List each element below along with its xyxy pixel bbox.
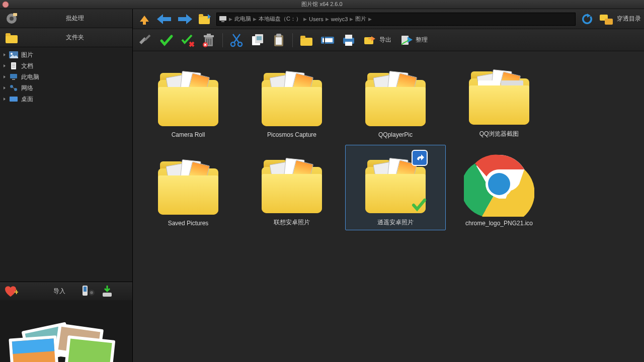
export-icon [363, 34, 377, 46]
breadcrumb-arrow-icon: ▶ [350, 17, 353, 22]
separator [292, 33, 293, 47]
print-button[interactable] [340, 32, 357, 49]
chevron-right-icon [2, 63, 7, 68]
tree-item-computer[interactable]: 此电脑 [0, 71, 132, 82]
document-icon [9, 62, 18, 69]
organize-button[interactable]: 整理 [397, 34, 430, 47]
svg-point-7 [11, 53, 13, 55]
path-segment[interactable]: weiyc3 [331, 16, 348, 22]
tree-item-pictures[interactable]: 图片 [0, 49, 132, 60]
path-segment[interactable]: Users [309, 16, 324, 22]
svg-rect-12 [10, 74, 17, 78]
svg-point-2 [10, 17, 14, 21]
folder-thumbnail-icon [153, 63, 223, 128]
check-button[interactable] [158, 32, 175, 49]
check-badge-icon [412, 197, 427, 212]
svg-rect-38 [144, 34, 151, 41]
import-device-icon[interactable] [80, 285, 96, 298]
svg-rect-35 [221, 21, 224, 22]
tree-item-documents[interactable]: 文档 [0, 60, 132, 71]
preview-panel: + 导入 [0, 282, 132, 362]
grid-item[interactable]: chrome_logo_PNG21.ico [449, 145, 549, 230]
path-bar[interactable]: ▶ 此电脑 ▶ 本地磁盘（C：） ▶ Users ▶ weiyc3 ▶ 图片 ▶ [216, 13, 576, 26]
svg-point-66 [488, 173, 510, 195]
computer-icon [9, 73, 18, 80]
path-segment[interactable]: 图片 [355, 15, 366, 23]
desktop-icon [9, 96, 18, 103]
paste-button[interactable] [270, 32, 287, 49]
svg-rect-43 [208, 39, 209, 45]
chrome-icon [464, 151, 534, 217]
folder-thumbnail-icon [257, 150, 327, 215]
grid-item[interactable]: QQ浏览器截图 [449, 56, 549, 142]
svg-rect-58 [324, 36, 325, 45]
grid-item[interactable]: QQplayerPic [345, 56, 446, 142]
nav-bar: ▶ 此电脑 ▶ 本地磁盘（C：） ▶ Users ▶ weiyc3 ▶ 图片 ▶… [133, 9, 644, 29]
export-button[interactable]: 导出 [361, 34, 393, 46]
sidebar: 批处理 文件夹 图片 文档 此电脑 [0, 9, 133, 362]
back-button[interactable] [156, 12, 173, 27]
grid-item[interactable]: 逍遥安卓照片 [345, 145, 446, 230]
chevron-right-icon [2, 85, 7, 90]
svg-rect-16 [10, 97, 18, 102]
folder-label: 文件夹 [21, 33, 128, 42]
new-folder-button[interactable] [298, 32, 315, 49]
svg-rect-54 [300, 38, 312, 46]
folder-panel-button[interactable]: 文件夹 [0, 28, 132, 47]
toolbar: 导出 整理 [133, 29, 644, 51]
organize-icon [399, 34, 414, 47]
item-name: QQplayerPic [378, 131, 413, 138]
svg-rect-9 [12, 64, 15, 64]
tree-label: 文档 [21, 62, 33, 70]
favorite-icon[interactable]: + [3, 285, 18, 298]
title-bar: 图片馆 x64 2.6.0 [0, 0, 644, 9]
cut-button[interactable] [228, 32, 245, 49]
refresh-button[interactable] [579, 12, 596, 27]
path-segment[interactable]: 本地磁盘（C：） [259, 15, 301, 23]
tree-label: 图片 [21, 51, 33, 59]
svg-rect-61 [345, 42, 352, 46]
folder-thumbnail-icon [464, 61, 534, 127]
item-name: 联想安卓照片 [274, 218, 310, 227]
browse-folder-button[interactable] [196, 12, 213, 27]
tree-label: 桌面 [21, 95, 33, 104]
svg-rect-34 [219, 16, 226, 21]
tree-item-desktop[interactable]: 桌面 [0, 94, 132, 105]
grid-item[interactable]: 联想安卓照片 [242, 145, 342, 230]
tree-item-network[interactable]: 网络 [0, 82, 132, 94]
app-icon [2, 1, 9, 8]
content-grid[interactable]: Camera RollPicosmos CaptureQQplayerPicQQ… [133, 51, 644, 362]
svg-rect-60 [345, 35, 352, 39]
svg-rect-52 [276, 34, 281, 37]
breadcrumb-arrow-icon: ▶ [229, 17, 232, 22]
grid-item[interactable]: Camera Roll [138, 56, 238, 142]
svg-rect-5 [6, 33, 11, 36]
breadcrumb-arrow-icon: ▶ [253, 17, 257, 22]
rename-button[interactable] [319, 32, 336, 49]
tools-button[interactable] [137, 32, 154, 49]
batch-process-button[interactable]: 批处理 [0, 9, 132, 28]
folder-thumbnail-icon [360, 150, 431, 215]
grid-item[interactable]: Saved Pictures [138, 145, 238, 230]
import-download-icon[interactable] [101, 285, 114, 298]
forward-button[interactable] [176, 12, 193, 27]
folders-stack-icon [599, 13, 614, 26]
svg-rect-11 [12, 67, 15, 67]
breadcrumb-arrow-icon: ▶ [303, 17, 307, 22]
chevron-right-icon [2, 97, 7, 102]
tree-label: 此电脑 [21, 73, 39, 81]
svg-rect-10 [12, 65, 15, 66]
through-dir-button[interactable]: 穿透目录 [599, 13, 641, 26]
svg-rect-4 [6, 35, 18, 43]
chevron-right-icon [2, 52, 7, 57]
path-segment[interactable]: 此电脑 [234, 15, 251, 23]
delete-button[interactable] [200, 32, 217, 49]
chevron-right-icon [2, 74, 7, 79]
tree-label: 网络 [21, 84, 33, 93]
check-x-button[interactable] [179, 32, 196, 49]
up-button[interactable] [136, 12, 153, 27]
copy-button[interactable] [249, 32, 266, 49]
item-name: Saved Pictures [168, 220, 209, 227]
grid-item[interactable]: Picosmos Capture [242, 56, 342, 142]
folder-thumbnail-icon [360, 63, 431, 128]
